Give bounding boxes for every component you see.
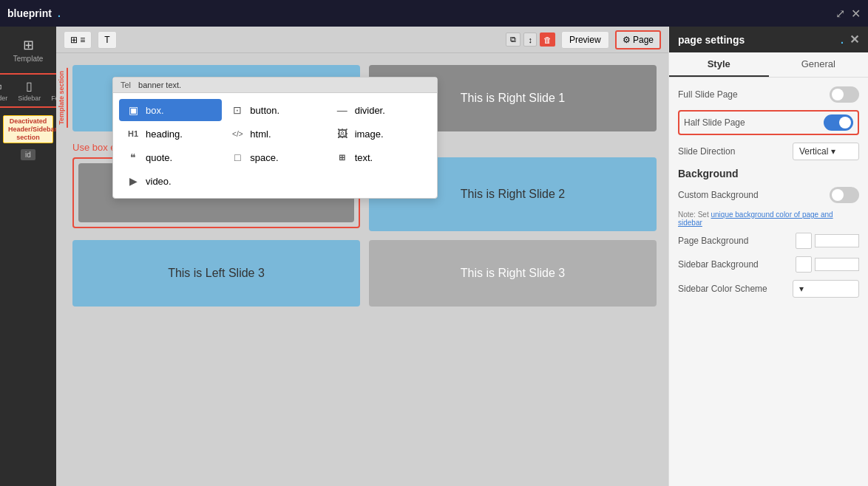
right-panel-title: page settings (678, 34, 841, 46)
action-icons: ⧉ ↕ 🗑 (506, 32, 555, 47)
bg-note: Note: Set unique background color of pag… (678, 211, 859, 227)
page-bg-input[interactable] (815, 234, 859, 247)
template-section-sidebar: Template section (56, 53, 68, 486)
brand-dot: . (58, 7, 61, 19)
template-section-label: Template section (56, 68, 68, 128)
video-label: video. (146, 176, 172, 187)
quote-label: quote. (146, 152, 172, 163)
chevron-down-icon: ▾ (831, 146, 835, 157)
top-bar-left: blueprint. (7, 7, 61, 19)
text-btn[interactable]: T (98, 31, 116, 49)
half-slide-toggle[interactable] (824, 114, 853, 131)
slide-left-3[interactable]: This is Left Slide 3 (72, 240, 360, 307)
chevron-down-icon-2: ▾ (799, 284, 804, 294)
quote-icon: ❝ (126, 151, 140, 163)
page-bg-row: Page Background (678, 233, 859, 249)
content-area: ⊞ ≡ T ⧉ ↕ 🗑 Preview ⚙ Page Template sect… (56, 27, 668, 486)
space-label: space. (250, 152, 278, 163)
sidebar-color-row: Sidebar Color Scheme ▾ (678, 280, 859, 298)
button-icon: ⊡ (231, 104, 244, 116)
tab-general[interactable]: General (769, 52, 869, 77)
dropdown-item-quote[interactable]: ❝ quote. (119, 146, 222, 168)
close-icon[interactable]: ✕ (851, 7, 861, 21)
box-label: box. (146, 105, 164, 116)
slide-right-2-text: This is Right Slide 2 (461, 188, 565, 201)
slide-right-3[interactable]: This is Right Slide 3 (369, 240, 657, 307)
sidebar-bg-color[interactable] (796, 256, 812, 273)
half-slide-label: Half Slide Page (684, 117, 824, 128)
tab-style[interactable]: Style (669, 52, 769, 77)
id-badge: id (21, 149, 35, 160)
header-icon: ▭ (0, 79, 2, 93)
delete-btn[interactable]: 🗑 (540, 32, 555, 47)
panel-body: Full Slide Page Half Slide Page Slide Di… (669, 78, 868, 486)
dropdown-item-image[interactable]: 🖼 image. (328, 123, 431, 145)
dropdown-item-button[interactable]: ⊡ button. (223, 99, 326, 121)
dropdown-item-space[interactable]: □ space. (223, 146, 326, 168)
slide-row-3: This is Left Slide 3 This is Right Slide… (72, 240, 657, 307)
right-panel: page settings. ✕ Style General Full Slid… (668, 27, 868, 486)
template-label: Template (13, 55, 44, 63)
header-label: Header (0, 95, 7, 102)
page-button[interactable]: ⚙ Page (615, 30, 661, 49)
dropdown-banner-item: banner text. (138, 81, 181, 89)
template-icon: ⊞ (23, 37, 34, 53)
sidebar-color-label: Sidebar Color Scheme (678, 284, 793, 294)
sidebar-item-header[interactable]: ▭ Header (0, 76, 12, 105)
slide-right-3-text: This is Right Slide 3 (461, 267, 565, 280)
custom-bg-row: Custom Background (678, 187, 859, 203)
dropdown-item-html[interactable]: </> html. (223, 123, 326, 145)
sidebar-item-sidebar[interactable]: ▯ Sidebar (13, 76, 45, 105)
right-panel-dot: . (841, 34, 844, 46)
full-slide-toggle[interactable] (830, 86, 859, 103)
dropdown-item-text[interactable]: ⊞ text. (328, 146, 431, 168)
right-panel-header: page settings. ✕ (669, 27, 868, 52)
space-icon: □ (231, 151, 244, 163)
full-slide-row: Full Slide Page (678, 86, 859, 103)
dropdown-item-divider[interactable]: — divider. (328, 99, 431, 121)
image-icon: 🖼 (336, 128, 349, 140)
main-layout: ⊞ Template ▭ Header ▯ Sidebar ▭ Footer D… (0, 27, 868, 486)
html-label: html. (250, 129, 271, 140)
page-bg-label: Page Background (678, 236, 796, 246)
box-icon: ▣ (126, 104, 140, 116)
custom-bg-label: Custom Background (678, 190, 830, 200)
html-icon: </> (231, 130, 244, 138)
custom-bg-toggle[interactable] (830, 187, 859, 203)
background-section: Background Custom Background Note: Set u… (678, 168, 859, 298)
top-bar: blueprint. ⤢ ✕ (0, 0, 868, 27)
slide-right-1-text: This is Right Slide 1 (461, 92, 565, 105)
slide-left-3-text: This is Left Slide 3 (168, 267, 265, 280)
button-label: button. (250, 105, 279, 116)
heading-label: heading. (146, 129, 183, 140)
layout-btn[interactable]: ⊞ ≡ (64, 31, 92, 49)
right-panel-close-icon[interactable]: ✕ (850, 32, 859, 47)
sidebar-label: Sidebar (18, 95, 41, 102)
text-elem-icon: ⊞ (336, 153, 349, 162)
action-bar: ⊞ ≡ T ⧉ ↕ 🗑 Preview ⚙ Page (56, 27, 668, 53)
divider-icon: — (336, 104, 349, 116)
preview-button[interactable]: Preview (561, 31, 609, 49)
page-bg-color[interactable] (796, 233, 812, 249)
page-settings-icon: ⚙ (623, 35, 631, 45)
left-toolbar: ⊞ Template ▭ Header ▯ Sidebar ▭ Footer D… (0, 27, 56, 486)
dropdown-header: Tel banner text. (113, 78, 437, 93)
slide-direction-row: Slide Direction Vertical ▾ (678, 143, 859, 160)
sidebar-item-template[interactable]: ⊞ Template (3, 32, 53, 67)
expand-icon[interactable]: ⤢ (835, 7, 845, 21)
slide-direction-select[interactable]: Vertical ▾ (793, 143, 859, 160)
element-dropdown: Tel banner text. ▣ box. ⊡ button. (112, 77, 438, 199)
half-slide-row: Half Slide Page (678, 110, 859, 135)
sidebar-color-select[interactable]: ▾ (793, 280, 859, 298)
sidebar-icon: ▯ (26, 79, 33, 93)
dropdown-item-box[interactable]: ▣ box. (119, 99, 222, 121)
dropdown-item-video[interactable]: ▶ video. (119, 170, 222, 192)
sidebar-bg-label: Sidebar Background (678, 259, 796, 270)
slide-direction-label: Slide Direction (678, 146, 793, 157)
top-bar-right: ⤢ ✕ (835, 7, 861, 21)
slide-direction-value: Vertical (799, 146, 828, 157)
copy-btn[interactable]: ⧉ (506, 32, 521, 47)
dropdown-item-heading[interactable]: H1 heading. (119, 123, 222, 145)
move-btn[interactable]: ↕ (523, 32, 537, 47)
sidebar-bg-input[interactable] (815, 258, 859, 271)
